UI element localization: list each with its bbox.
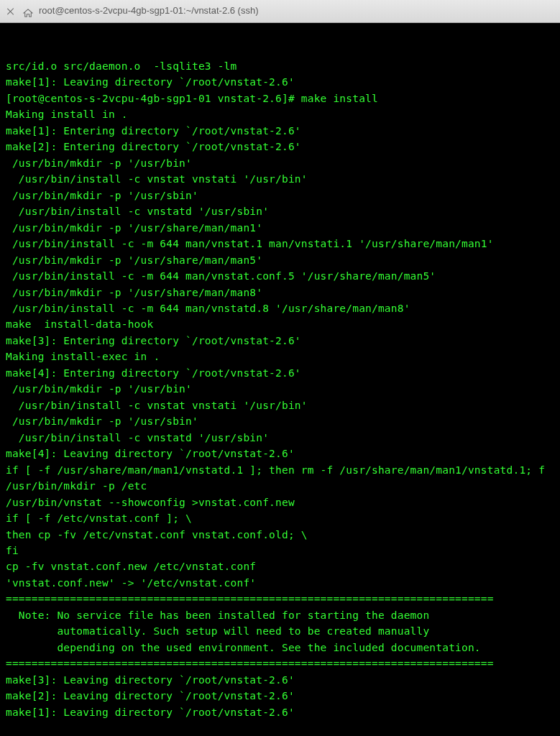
terminal-line: make[3]: Leaving directory `/root/vnstat…	[6, 672, 554, 688]
window-title: root@centos-s-2vcpu-4gb-sgp1-01:~/vnstat…	[39, 4, 258, 18]
terminal-line: [root@centos-s-2vcpu-4gb-sgp1-01 vnstat-…	[6, 91, 554, 106]
terminal-line: if [ -f /usr/share/man/man1/vnstatd.1 ];…	[6, 462, 554, 478]
terminal-line: make[3]: Entering directory `/root/vnsta…	[6, 333, 554, 349]
terminal-line: /usr/bin/mkdir -p '/usr/share/man/man5'	[6, 252, 554, 268]
terminal-line: Making install-exec in .	[6, 349, 554, 364]
terminal-line: /usr/bin/install -c vnstat vnstati '/usr…	[6, 397, 554, 413]
terminal-line: make[2]: Leaving directory `/root/vnstat…	[6, 688, 554, 704]
terminal-line: make install-data-hook	[6, 316, 554, 332]
terminal-line: /usr/bin/mkdir -p '/usr/bin'	[6, 155, 554, 171]
terminal-line: Note: No service file has been installed…	[6, 607, 554, 623]
terminal-line: /usr/bin/install -c -m 644 man/vnstat.1 …	[6, 236, 554, 252]
terminal-line: make[1]: Leaving directory `/root/vnstat…	[6, 704, 554, 720]
terminal-line: make[2]: Entering directory `/root/vnsta…	[6, 139, 554, 155]
terminal-line: /usr/bin/install -c vnstatd '/usr/sbin'	[6, 430, 554, 446]
terminal-line: make[4]: Entering directory `/root/vnsta…	[6, 365, 554, 381]
terminal-line: /usr/bin/install -c vnstatd '/usr/sbin'	[6, 203, 554, 219]
terminal-line: /usr/bin/mkdir -p /etc	[6, 478, 554, 494]
window-titlebar: root@centos-s-2vcpu-4gb-sgp1-01:~/vnstat…	[0, 0, 560, 23]
terminal-line: /usr/bin/mkdir -p '/usr/sbin'	[6, 413, 554, 429]
home-icon	[23, 7, 33, 16]
terminal-line: then cp -fv /etc/vnstat.conf vnstat.conf…	[6, 527, 554, 543]
terminal-output[interactable]: src/id.o src/daemon.o -lsqlite3 -lmmake[…	[0, 23, 560, 736]
terminal-line: 'vnstat.conf.new' -> '/etc/vnstat.conf'	[6, 575, 554, 591]
terminal-line: /usr/bin/vnstat --showconfig >vnstat.con…	[6, 494, 554, 510]
terminal-line: /usr/bin/mkdir -p '/usr/share/man/man8'	[6, 285, 554, 300]
terminal-line: cp -fv vnstat.conf.new /etc/vnstat.conf	[6, 558, 554, 574]
terminal-line: /usr/bin/mkdir -p '/usr/share/man/man1'	[6, 220, 554, 236]
terminal-line: src/id.o src/daemon.o -lsqlite3 -lm	[6, 58, 554, 74]
terminal-line: /usr/bin/install -c -m 644 man/vnstatd.8…	[6, 300, 554, 316]
terminal-line: ========================================…	[6, 591, 554, 607]
terminal-line: /usr/bin/mkdir -p '/usr/sbin'	[6, 188, 554, 203]
terminal-line: if [ -f /etc/vnstat.conf ]; \	[6, 510, 554, 526]
terminal-line: Making install in .	[6, 106, 554, 122]
terminal-line: fi	[6, 543, 554, 558]
terminal-line: ========================================…	[6, 656, 554, 671]
terminal-line: /usr/bin/install -c vnstat vnstati '/usr…	[6, 171, 554, 187]
terminal-line: depending on the used environment. See t…	[6, 640, 554, 656]
terminal-line: automatically. Such setup will need to b…	[6, 623, 554, 639]
close-icon[interactable]	[7, 8, 14, 15]
terminal-line: make[1]: Leaving directory `/root/vnstat…	[6, 74, 554, 90]
terminal-line: /usr/bin/install -c -m 644 man/vnstat.co…	[6, 268, 554, 284]
terminal-line: /usr/bin/mkdir -p '/usr/bin'	[6, 381, 554, 397]
terminal-line: make[4]: Leaving directory `/root/vnstat…	[6, 446, 554, 461]
terminal-line: make[1]: Entering directory `/root/vnsta…	[6, 123, 554, 139]
